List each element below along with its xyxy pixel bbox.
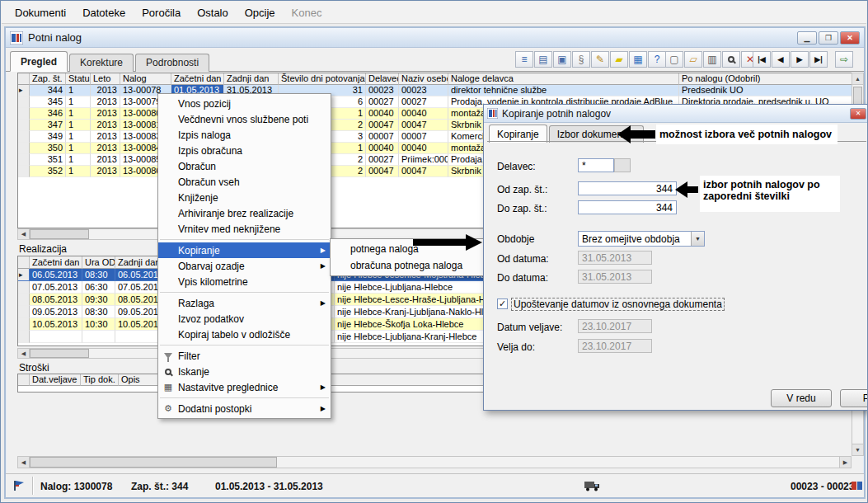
cell-zap-t[interactable]: 350: [30, 143, 66, 154]
table-row[interactable]: ▸3441201313-0007801.05.201331.05.2013310…: [18, 85, 852, 96]
cell-leto[interactable]: 2013: [91, 154, 120, 166]
scroll-up-icon[interactable]: ▲: [852, 73, 863, 85]
context-menu-item-nastavitve-preglednice[interactable]: ▦Nastavitve preglednice▶: [158, 379, 331, 395]
context-menu-item-filter[interactable]: Filter: [158, 348, 331, 364]
cell-leto[interactable]: 2013: [91, 96, 120, 108]
cell-delavec[interactable]: 00047: [366, 120, 399, 131]
context-menu-item-vpis-kilometrine[interactable]: Vpis kilometrine: [158, 274, 331, 289]
cell-zacetni[interactable]: 08.05.2013: [30, 294, 82, 306]
dialog-tab-kopiranje[interactable]: Kopiranje: [489, 125, 547, 143]
print-icon[interactable]: ▥: [703, 51, 721, 68]
column-header-delavec[interactable]: Delavec: [366, 73, 399, 85]
content-hscrollbar[interactable]: ◀ ▶: [17, 456, 852, 468]
column-header-ura-od[interactable]: Ura OD: [82, 256, 115, 269]
monitor-icon[interactable]: ▦: [629, 51, 647, 68]
cell-ura[interactable]: 10:30: [82, 318, 115, 331]
cell-zap-t[interactable]: 347: [30, 120, 66, 131]
scroll-left-icon[interactable]: ◀: [18, 229, 30, 239]
scroll-thumb[interactable]: [30, 229, 89, 239]
cell-zap-t[interactable]: 352: [30, 166, 66, 177]
cell-leto[interactable]: 2013: [91, 166, 120, 177]
scroll-left-icon[interactable]: ◀: [18, 349, 30, 358]
column-header-opis[interactable]: Opis: [119, 374, 160, 386]
menu-konec[interactable]: Konec: [284, 3, 331, 22]
ok-button[interactable]: V redu: [771, 389, 832, 407]
cell-zacetni[interactable]: 10.05.2013: [30, 318, 82, 331]
obdobje-dropdown[interactable]: Brez omejitve obdobja ▼: [578, 231, 705, 247]
tab-podrobnosti[interactable]: Podrobnosti: [135, 54, 209, 72]
dialog-titlebar[interactable]: Kopiranje potnih nalogov ✕: [484, 105, 868, 123]
cell-delavec[interactable]: 00047: [366, 166, 399, 177]
cell-ura[interactable]: 06:30: [82, 281, 115, 294]
scroll-thumb[interactable]: [30, 349, 89, 358]
copy-document-icon[interactable]: ▣: [553, 51, 571, 68]
exit-icon[interactable]: ⇨: [835, 51, 853, 68]
delavec-lookup-button[interactable]: [614, 158, 631, 172]
cell-delavec[interactable]: 00007: [366, 131, 399, 143]
cell-status[interactable]: 1: [66, 166, 91, 177]
pencil-icon[interactable]: ✎: [591, 51, 609, 68]
new-document-icon[interactable]: ▢: [665, 51, 683, 68]
column-header-leto[interactable]: Leto: [91, 73, 120, 85]
context-menu-item-razlaga[interactable]: Razlaga▶: [158, 295, 331, 311]
cell-delavec[interactable]: 00040: [366, 143, 399, 154]
search-icon[interactable]: [722, 51, 740, 68]
window-titlebar[interactable]: Potni nalog ▁ ❐ ✕: [6, 28, 864, 48]
cell-naziv-osebe[interactable]: 00007: [399, 131, 448, 143]
cell-zacetni[interactable]: [30, 331, 82, 343]
context-menu-item-izpis-obra-una[interactable]: Izpis obračuna: [158, 143, 331, 158]
cell-naziv-osebe[interactable]: Priimek:00027: [399, 154, 448, 166]
scroll-right-icon[interactable]: ▶: [839, 457, 851, 468]
cell-naziv-osebe[interactable]: 00040: [399, 143, 448, 154]
cell-naloge-delavca[interactable]: direktor tehnične službe: [448, 85, 679, 96]
scroll-down-icon[interactable]: ▼: [852, 444, 863, 455]
context-menu-item-iskanje[interactable]: Iskanje: [158, 364, 331, 379]
cell-status[interactable]: 1: [66, 143, 91, 154]
last-record-button[interactable]: ▶|: [809, 51, 828, 68]
cell-delavec[interactable]: 00027: [366, 154, 399, 166]
cell-ura[interactable]: 09:30: [82, 294, 115, 306]
cell-leto[interactable]: 2013: [91, 108, 120, 120]
cell-zacetni[interactable]: 06.05.2013: [30, 269, 82, 281]
cell-status[interactable]: 1: [66, 108, 91, 120]
cancel-button[interactable]: Pre: [840, 389, 868, 407]
column-header-dat-veljave[interactable]: Dat.veljave: [30, 374, 81, 386]
restore-button[interactable]: ❐: [819, 31, 838, 45]
menu-poro-ila[interactable]: Poročila: [134, 3, 189, 22]
context-menu-item-izvoz-podatkov[interactable]: Izvoz podatkov: [158, 311, 331, 327]
edit-document-icon[interactable]: ▤: [534, 51, 552, 68]
scroll-thumb[interactable]: [30, 457, 277, 468]
cell-naziv-osebe[interactable]: 00027: [399, 96, 448, 108]
close-button[interactable]: ✕: [840, 31, 860, 45]
list-icon[interactable]: ≡: [515, 51, 533, 68]
cell-status[interactable]: 1: [66, 154, 91, 166]
column-header-tip-dok[interactable]: Tip dok.: [81, 374, 119, 386]
cell-ura[interactable]: 08:30: [82, 306, 115, 318]
cell-naziv-osebe[interactable]: 00047: [399, 120, 448, 131]
prev-record-button[interactable]: ◀: [772, 51, 790, 68]
context-menu-item-ve-dnevni-vnos-slu-bene-poti[interactable]: Večdnevni vnos službene poti: [158, 111, 331, 127]
column-header-za-etni-dan[interactable]: Začetni dan: [30, 256, 82, 269]
cell-naziv-osebe[interactable]: 00047: [399, 166, 448, 177]
cell-ura[interactable]: 08:30: [82, 269, 115, 281]
context-menu-item-dodatni-postopki[interactable]: ⚙Dodatni postopki▶: [158, 401, 331, 416]
cell-naziv-osebe[interactable]: 00023: [399, 85, 448, 96]
menu-datoteke[interactable]: Datoteke: [74, 3, 134, 22]
cell-zap-t[interactable]: 351: [30, 154, 66, 166]
cell-zacetni[interactable]: 07.05.2013: [30, 281, 82, 294]
column-header-naziv-osebe[interactable]: Naziv osebe: [399, 73, 448, 85]
delavec-input[interactable]: *: [578, 158, 614, 172]
context-menu-item-kopiraj-tabelo-v-odlo-i-e[interactable]: Kopiraj tabelo v odložišče: [158, 327, 331, 342]
cell-zap-t[interactable]: 349: [30, 131, 66, 143]
column-header-naloge-delavca[interactable]: Naloge delavca: [448, 73, 679, 85]
cell-zap-t[interactable]: 346: [30, 108, 66, 120]
tab-korekture[interactable]: Korekture: [69, 54, 134, 72]
cell-status[interactable]: 1: [66, 85, 91, 96]
tab-pregled[interactable]: Pregled: [10, 51, 68, 72]
scroll-left-icon[interactable]: ◀: [18, 457, 30, 468]
cell-delavec[interactable]: 00027: [366, 96, 399, 108]
menu-dokumenti[interactable]: Dokumenti: [7, 3, 74, 22]
menu-ostalo[interactable]: Ostalo: [189, 3, 237, 22]
column-header-nalog[interactable]: Nalog: [120, 73, 171, 85]
cell-naziv-osebe[interactable]: 00040: [399, 108, 448, 120]
